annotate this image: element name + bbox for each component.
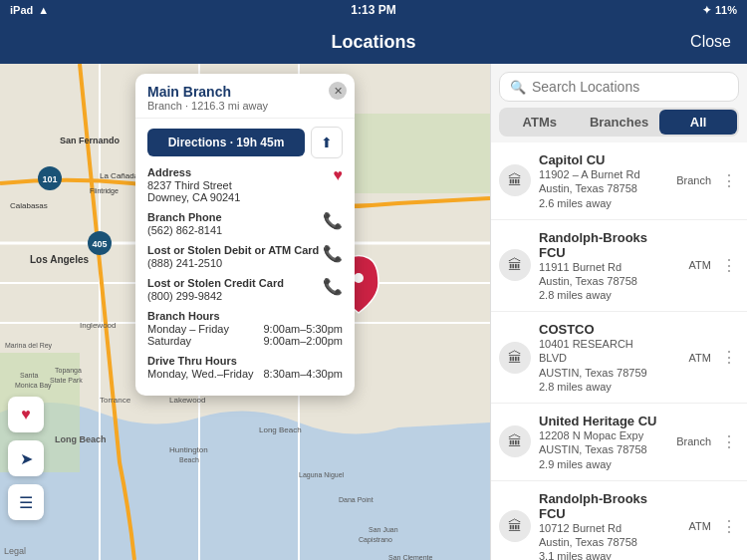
loc-icon-1: 🏛 <box>499 164 531 196</box>
loc-info-5: Randolph-Brooks FCU 10712 Burnet RdAusti… <box>539 491 657 560</box>
address-label: Address <box>147 166 240 178</box>
right-panel: 🔍 ATMs Branches All 🏛 Capitol CU 11902 –… <box>490 64 747 560</box>
loc-dist-4: 2.9 miles away <box>539 458 657 470</box>
svg-text:San Juan: San Juan <box>369 526 398 533</box>
share-button[interactable]: ⬆ <box>311 127 343 158</box>
hours-val-2: 9:00am–2:00pm <box>264 335 344 347</box>
battery-label: 11% <box>715 4 737 16</box>
loc-info-3: COSTCO 10401 RESEARCH BLVDAUSTIN, Texas … <box>539 322 657 393</box>
loc-type-3: ATM <box>665 352 711 364</box>
address-line1: 8237 Third Street <box>147 179 240 191</box>
bluetooth-icon: ✦ <box>702 4 711 17</box>
list-item[interactable]: 🏛 COSTCO 10401 RESEARCH BLVDAUSTIN, Texa… <box>491 312 747 404</box>
debit-section: Lost or Stolen Debit or ATM Card (888) 2… <box>147 244 343 269</box>
svg-text:Topanga: Topanga <box>55 367 82 375</box>
list-item[interactable]: 🏛 Randolph-Brooks FCU 10712 Burnet RdAus… <box>491 481 747 560</box>
svg-text:405: 405 <box>92 239 107 249</box>
svg-text:Huntington: Huntington <box>169 445 208 454</box>
svg-text:Lakewood: Lakewood <box>169 396 205 405</box>
popup-body: Directions · 19h 45m ⬆ Address 8237 Thir… <box>135 119 355 396</box>
loc-dist-1: 2.6 miles away <box>539 197 657 209</box>
list-item[interactable]: 🏛 Capitol CU 11902 – A Burnet RdAustin, … <box>491 142 747 220</box>
address-section: Address 8237 Third Street Downey, CA 902… <box>147 166 343 203</box>
navigate-fab-button[interactable]: ➤ <box>8 440 44 476</box>
svg-text:San Clemente: San Clemente <box>388 554 432 560</box>
credit-label: Lost or Stolen Credit Card <box>147 277 284 289</box>
tab-all[interactable]: All <box>659 110 737 135</box>
svg-text:Long Beach: Long Beach <box>259 425 302 434</box>
svg-text:Marina del Rey: Marina del Rey <box>5 342 53 350</box>
loc-addr-3: 10401 RESEARCH BLVDAUSTIN, Texas 78759 <box>539 337 657 380</box>
loc-name-3: COSTCO <box>539 322 657 337</box>
loc-icon-4: 🏛 <box>499 425 531 457</box>
loc-type-4: Branch <box>665 435 711 447</box>
loc-name-4: United Heritage CU <box>539 414 657 428</box>
list-item[interactable]: 🏛 United Heritage CU 12208 N Mopac ExpyA… <box>491 404 747 481</box>
list-item[interactable]: 🏛 Randolph-Brooks FCU 11911 Burnet RdAus… <box>491 220 747 313</box>
phone-call-icon[interactable]: 📞 <box>323 211 343 230</box>
branch-popup: Main Branch Branch · 1216.3 mi away ✕ Di… <box>135 74 355 396</box>
svg-point-44 <box>354 273 364 283</box>
search-bar: 🔍 <box>491 64 747 108</box>
loc-addr-4: 12208 N Mopac ExpyAUSTIN, Texas 78758 <box>539 428 657 457</box>
tab-branches[interactable]: Branches <box>581 110 658 135</box>
svg-text:Laguna Niguel: Laguna Niguel <box>299 471 345 479</box>
loc-icon-3: 🏛 <box>499 342 531 374</box>
loc-addr-5: 10712 Burnet RdAustin, Texas 78758 <box>539 521 657 550</box>
hours-val-1: 9:00am–5:30pm <box>264 323 344 335</box>
filter-tabs: ATMs Branches All <box>499 108 739 137</box>
loc-dist-5: 3.1 miles away <box>539 550 657 560</box>
debit-call-icon[interactable]: 📞 <box>323 244 343 263</box>
drive-thru-section: Drive Thru Hours Monday, Wed.–Friday8:30… <box>147 355 343 380</box>
share-icon: ⬆ <box>321 135 333 150</box>
loc-info-2: Randolph-Brooks FCU 11911 Burnet RdAusti… <box>539 230 657 302</box>
loc-more-3[interactable]: ⋮ <box>719 348 739 368</box>
svg-text:Dana Point: Dana Point <box>339 496 374 503</box>
debit-label: Lost or Stolen Debit or ATM Card <box>147 244 319 256</box>
svg-text:Flintridge: Flintridge <box>90 187 119 195</box>
locations-list: 🏛 Capitol CU 11902 – A Burnet RdAustin, … <box>491 142 747 560</box>
loc-more-5[interactable]: ⋮ <box>719 516 739 536</box>
svg-text:Los Angeles: Los Angeles <box>30 254 90 265</box>
favorites-fab-button[interactable]: ♥ <box>8 397 44 432</box>
favorite-icon[interactable]: ♥ <box>334 166 344 184</box>
popup-close-button[interactable]: ✕ <box>329 82 347 100</box>
branch-hours-section: Branch Hours Monday – Friday9:00am–5:30p… <box>147 310 343 347</box>
svg-text:Inglewood: Inglewood <box>80 321 116 330</box>
loc-name-1: Capitol CU <box>539 152 657 167</box>
loc-type-2: ATM <box>665 259 711 271</box>
search-input[interactable] <box>532 79 728 95</box>
drive-thru-label: Drive Thru Hours <box>147 355 343 367</box>
loc-more-4[interactable]: ⋮ <box>719 431 739 451</box>
debit-number: (888) 241-2510 <box>147 257 319 269</box>
list-fab-button[interactable]: ☰ <box>8 484 44 520</box>
svg-rect-12 <box>349 114 490 193</box>
directions-row: Directions · 19h 45m ⬆ <box>147 127 343 158</box>
svg-text:Capistrano: Capistrano <box>359 536 392 544</box>
svg-text:Monica Bay: Monica Bay <box>15 382 52 390</box>
svg-text:San Fernando: San Fernando <box>60 136 121 145</box>
hours-day-1: Monday – Friday <box>147 323 229 335</box>
svg-text:La Cañada: La Cañada <box>100 171 139 180</box>
branch-hours-label: Branch Hours <box>147 310 343 322</box>
credit-call-icon[interactable]: 📞 <box>323 277 343 296</box>
loc-info-4: United Heritage CU 12208 N Mopac ExpyAUS… <box>539 414 657 470</box>
loc-name-2: Randolph-Brooks FCU <box>539 230 657 260</box>
nav-bar: Locations Close <box>0 20 747 64</box>
loc-name-5: Randolph-Brooks FCU <box>539 491 657 521</box>
tab-atms[interactable]: ATMs <box>501 110 579 135</box>
credit-number: (800) 299-9842 <box>147 290 284 302</box>
svg-text:Torrance: Torrance <box>100 396 131 405</box>
svg-text:Beach: Beach <box>179 456 199 463</box>
loc-type-5: ATM <box>665 520 711 532</box>
drivethru-val-1: 8:30am–4:30pm <box>264 368 344 380</box>
ipad-label: iPad <box>10 4 33 16</box>
loc-more-1[interactable]: ⋮ <box>719 170 739 190</box>
page-title: Locations <box>331 32 415 53</box>
close-button[interactable]: Close <box>690 33 731 51</box>
svg-text:Santa: Santa <box>20 372 38 379</box>
loc-more-2[interactable]: ⋮ <box>719 255 739 275</box>
branch-subtitle: Branch · 1216.3 mi away <box>147 100 325 112</box>
loc-addr-2: 11911 Burnet RdAustin, Texas 78758 <box>539 260 657 289</box>
directions-button[interactable]: Directions · 19h 45m <box>147 129 305 156</box>
